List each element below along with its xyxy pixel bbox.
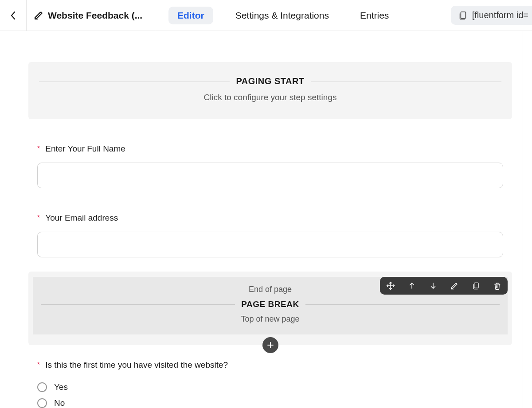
add-field-button[interactable] [262, 337, 278, 353]
email-input[interactable] [37, 232, 503, 257]
paging-start-title: PAGING START [230, 76, 310, 86]
field-label: * Enter Your Full Name [37, 144, 503, 154]
field-email[interactable]: * Your Email address [28, 213, 512, 257]
duplicate-button[interactable] [470, 280, 481, 291]
svg-rect-0 [461, 12, 466, 18]
page-break-top-text: Top of new page [33, 315, 508, 324]
move-button[interactable] [385, 280, 396, 291]
required-indicator: * [37, 214, 40, 222]
delete-button[interactable] [492, 280, 502, 291]
trash-icon [493, 282, 501, 290]
full-name-input[interactable] [37, 163, 503, 188]
shortcode-pill[interactable]: [fluentform id= [451, 6, 532, 25]
svg-rect-5 [474, 283, 478, 288]
move-down-button[interactable] [428, 280, 438, 291]
chevron-left-icon [10, 10, 17, 21]
top-bar-left: Website Feedback (... [0, 0, 155, 31]
top-bar: Website Feedback (... Editor Settings & … [0, 0, 532, 31]
form-canvas: PAGING START Click to configure your ste… [0, 31, 532, 408]
radio-label: No [54, 398, 65, 408]
paging-start-heading: PAGING START [39, 76, 501, 86]
field-label-text: Your Email address [45, 213, 118, 223]
edit-button[interactable] [449, 280, 460, 291]
edit-icon [34, 11, 43, 20]
radio-label: Yes [54, 382, 68, 392]
field-label: * Your Email address [37, 213, 503, 223]
form-title[interactable]: Website Feedback (... [27, 10, 149, 21]
field-toolbar [380, 277, 508, 295]
paging-start-block[interactable]: PAGING START Click to configure your ste… [28, 62, 512, 119]
plus-icon [266, 341, 274, 349]
radio-input[interactable] [37, 382, 47, 392]
page-break-block[interactable]: End of page PAGE BREAK Top of new page [28, 272, 512, 345]
arrow-down-icon [429, 282, 437, 290]
copy-icon [472, 282, 480, 290]
page-break-heading: PAGE BREAK [41, 299, 500, 309]
field-first-visit[interactable]: * Is this the first time you have visite… [28, 360, 512, 408]
tab-settings[interactable]: Settings & Integrations [227, 7, 338, 24]
required-indicator: * [37, 361, 40, 369]
right-divider [523, 31, 523, 408]
page-break-title: PAGE BREAK [235, 299, 305, 309]
field-label-text: Enter Your Full Name [45, 144, 125, 154]
radio-option-no[interactable]: No [37, 398, 503, 408]
edit-icon [450, 282, 459, 290]
arrow-up-icon [408, 282, 416, 290]
move-icon [386, 281, 395, 290]
field-full-name[interactable]: * Enter Your Full Name [28, 144, 512, 188]
tabs: Editor Settings & Integrations Entries [155, 7, 451, 24]
copy-icon [458, 11, 468, 20]
field-label-text: Is this the first time you have visited … [45, 360, 228, 370]
tab-editor[interactable]: Editor [168, 7, 213, 24]
page-break-inner: End of page PAGE BREAK Top of new page [33, 277, 508, 334]
tab-entries[interactable]: Entries [351, 7, 398, 24]
back-button[interactable] [0, 0, 27, 31]
move-up-button[interactable] [407, 280, 417, 291]
field-label: * Is this the first time you have visite… [37, 360, 503, 370]
paging-start-subtitle: Click to configure your step settings [39, 93, 501, 102]
required-indicator: * [37, 145, 40, 153]
form-title-text: Website Feedback (... [48, 10, 142, 21]
radio-input[interactable] [37, 398, 47, 408]
shortcode-text: [fluentform id= [472, 10, 528, 20]
radio-option-yes[interactable]: Yes [37, 382, 503, 392]
